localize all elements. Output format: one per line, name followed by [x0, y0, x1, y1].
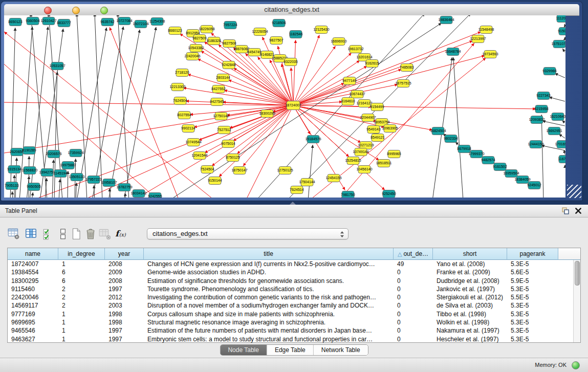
graph-node[interactable]: 9827509	[192, 35, 206, 42]
cell-title[interactable]: Changes of HCN gene expression and I(f) …	[144, 260, 394, 268]
cell-name[interactable]: 9465546	[8, 326, 58, 335]
graph-node[interactable]: 22420046	[184, 53, 200, 60]
graph-node[interactable]: 10531057	[49, 62, 65, 70]
graph-node[interactable]: 9154499	[370, 103, 384, 111]
cell-name[interactable]: 18724007	[8, 260, 58, 268]
graph-node[interactable]: 9827508	[222, 40, 236, 48]
column-header-out_de[interactable]: △out_de…	[394, 248, 433, 260]
window-titlebar[interactable]: citations_edges.txt	[4, 4, 579, 16]
cell-in_degree[interactable]: 2	[58, 285, 105, 293]
graph-node[interactable]: 18226058	[199, 26, 214, 33]
cell-pagerank[interactable]: 5.5E-5	[507, 293, 558, 301]
graph-node[interactable]: 13505133	[69, 173, 84, 181]
graph-node[interactable]: 18034142	[130, 190, 146, 198]
graph-edge[interactable]	[293, 32, 481, 105]
cell-pagerank[interactable]: 5.3E-5	[507, 310, 558, 318]
cell-pagerank[interactable]: 5.3E-5	[507, 260, 558, 268]
graph-edge[interactable]	[76, 183, 77, 198]
table-row[interactable]: 946362711997Embryonic stem cells: a mode…	[8, 335, 580, 343]
cell-name[interactable]: 14569117	[8, 301, 58, 310]
graph-node[interactable]: 18518511	[376, 160, 392, 167]
memory-ok-indicator[interactable]	[572, 361, 580, 369]
cell-name[interactable]: 18300295	[8, 277, 58, 285]
graph-node[interactable]: 8027554	[177, 112, 191, 119]
graph-node[interactable]: 18757515	[395, 80, 411, 87]
zoom-window-button[interactable]	[100, 7, 108, 14]
graph-node[interactable]: 12750125	[277, 167, 293, 174]
graph-node[interactable]: 9827507	[269, 37, 283, 45]
cell-year[interactable]: 2003	[105, 301, 144, 310]
vertical-scrollbar[interactable]	[573, 260, 580, 342]
cell-short[interactable]: Nakamura et al. (1997)	[433, 326, 507, 335]
graph-node[interactable]: 9315134	[7, 166, 21, 173]
window-resize-grip[interactable]	[567, 185, 581, 198]
graph-node[interactable]: 9245012	[527, 182, 541, 189]
graph-node[interactable]: 12444158	[528, 141, 543, 148]
create-table-button[interactable]	[70, 227, 83, 240]
show-column-button[interactable]	[25, 227, 38, 240]
graph-node[interactable]: 10456140	[356, 166, 372, 173]
cell-name[interactable]: 9699695	[8, 318, 58, 326]
graph-node[interactable]: 8427552	[211, 85, 225, 93]
cell-short[interactable]: de Silva et al. (2003)	[433, 301, 507, 310]
graph-node[interactable]: 17999370	[468, 150, 484, 158]
column-header-title[interactable]: title	[144, 248, 394, 260]
graph-node[interactable]: 9150499	[558, 28, 565, 35]
table-row[interactable]: 1830029562008Estimation of significance …	[8, 277, 580, 285]
graph-node[interactable]: 7905133	[5, 182, 18, 190]
graph-node[interactable]: 9162615	[365, 60, 379, 68]
cell-out_de[interactable]: 49	[394, 260, 433, 268]
cell-in_degree[interactable]: 1	[58, 318, 105, 326]
cell-pagerank[interactable]: 5.3E-5	[507, 326, 558, 335]
function-builder-button[interactable]: f (x)	[114, 227, 127, 240]
graph-edge[interactable]	[541, 115, 543, 198]
graph-node[interactable]: 9329966	[542, 68, 556, 75]
graph-node[interactable]: 17957223	[85, 176, 101, 184]
graph-node[interactable]: 9150144	[208, 177, 222, 185]
cell-year[interactable]: 1998	[105, 318, 144, 326]
graph-node[interactable]: 10958107	[101, 179, 117, 187]
graph-edge[interactable]	[293, 40, 296, 105]
graph-node[interactable]: 10727084	[116, 17, 132, 25]
cell-out_de[interactable]: 0	[394, 285, 433, 293]
cell-year[interactable]: 1997	[105, 335, 144, 343]
graph-edge[interactable]	[15, 158, 17, 198]
cell-pagerank[interactable]: 5.6E-5	[507, 268, 558, 276]
graph-node[interactable]: 15184576	[305, 136, 321, 143]
graph-edge[interactable]	[293, 35, 319, 105]
graph-node[interactable]: 16782759	[116, 184, 132, 191]
graph-node[interactable]: 8454749	[247, 49, 261, 56]
close-panel-button[interactable]	[575, 207, 582, 214]
cell-out_de[interactable]: 0	[394, 293, 433, 301]
graph-node[interactable]: 9242555	[148, 193, 162, 198]
graph-node[interactable]: 1145194	[54, 170, 68, 178]
close-window-button[interactable]	[44, 7, 52, 14]
cell-short[interactable]: Stergiakouli et al. (2012)	[433, 293, 507, 301]
cell-in_degree[interactable]: 6	[58, 268, 105, 276]
graph-node[interactable]: 12093832	[529, 116, 545, 124]
graph-edge[interactable]	[59, 179, 60, 198]
cell-short[interactable]: Hescheler et al. (1997)	[433, 335, 507, 343]
column-header-name[interactable]: name	[8, 248, 58, 260]
graph-node[interactable]: 12750142	[213, 113, 229, 120]
graph-edge[interactable]	[95, 15, 102, 198]
graph-node[interactable]: 19734593	[482, 51, 498, 58]
cell-title[interactable]: Estimation of the future numbers of pati…	[144, 326, 394, 335]
cell-name[interactable]: 9115460	[8, 285, 58, 293]
graph-node[interactable]: 9802334	[444, 135, 458, 143]
cell-title[interactable]: Structural magnetic resonance image aver…	[144, 318, 394, 326]
cell-out_de[interactable]: 0	[394, 318, 433, 326]
column-header-pagerank[interactable]: pagerank	[507, 248, 558, 260]
table-row[interactable]: 1872400712008Changes of HCN gene express…	[8, 260, 580, 268]
cell-title[interactable]: Tourette syndrome. Phenomenology and cla…	[144, 285, 394, 293]
graph-node[interactable]: 12454155	[325, 174, 341, 182]
cell-name[interactable]: 19384554	[8, 268, 58, 276]
cell-title[interactable]: Investigating the contribution of common…	[144, 293, 394, 301]
graph-node[interactable]: 9477149	[342, 77, 356, 85]
graph-node[interactable]: 10963905	[382, 125, 398, 133]
graph-node[interactable]: 8750125	[226, 154, 239, 162]
minimize-window-button[interactable]	[72, 7, 80, 14]
cell-name[interactable]: 22420046	[8, 293, 58, 301]
graph-hub-node[interactable]: 18724007	[285, 101, 301, 110]
graph-node[interactable]: 9252450	[382, 190, 396, 198]
